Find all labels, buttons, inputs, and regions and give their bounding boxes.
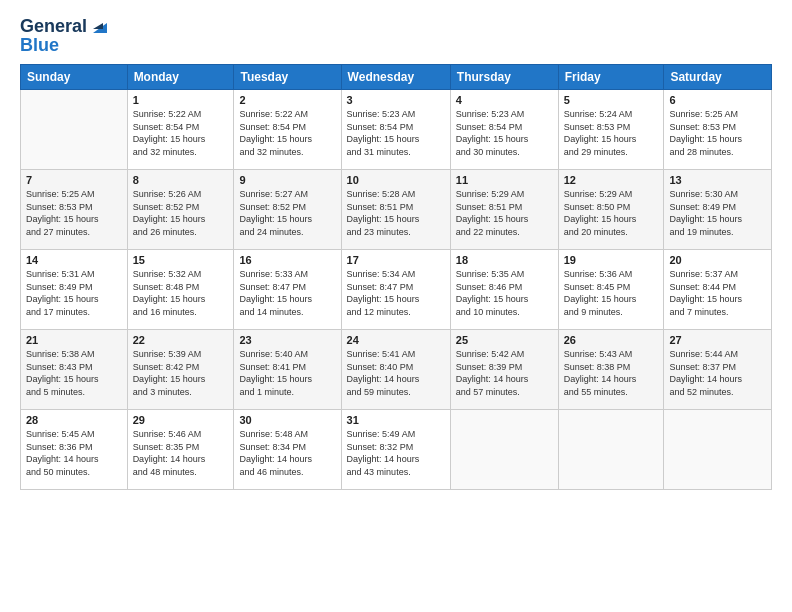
calendar-day-cell: 25Sunrise: 5:42 AM Sunset: 8:39 PM Dayli…: [450, 330, 558, 410]
day-info: Sunrise: 5:31 AM Sunset: 8:49 PM Dayligh…: [26, 268, 122, 318]
day-number: 12: [564, 174, 659, 186]
calendar-day-cell: 19Sunrise: 5:36 AM Sunset: 8:45 PM Dayli…: [558, 250, 664, 330]
header: General Blue: [20, 16, 772, 56]
day-info: Sunrise: 5:26 AM Sunset: 8:52 PM Dayligh…: [133, 188, 229, 238]
day-info: Sunrise: 5:25 AM Sunset: 8:53 PM Dayligh…: [669, 108, 766, 158]
day-info: Sunrise: 5:27 AM Sunset: 8:52 PM Dayligh…: [239, 188, 335, 238]
day-info: Sunrise: 5:23 AM Sunset: 8:54 PM Dayligh…: [347, 108, 445, 158]
day-info: Sunrise: 5:30 AM Sunset: 8:49 PM Dayligh…: [669, 188, 766, 238]
calendar-day-cell: 29Sunrise: 5:46 AM Sunset: 8:35 PM Dayli…: [127, 410, 234, 490]
day-info: Sunrise: 5:43 AM Sunset: 8:38 PM Dayligh…: [564, 348, 659, 398]
day-info: Sunrise: 5:41 AM Sunset: 8:40 PM Dayligh…: [347, 348, 445, 398]
calendar-day-cell: 20Sunrise: 5:37 AM Sunset: 8:44 PM Dayli…: [664, 250, 772, 330]
day-info: Sunrise: 5:32 AM Sunset: 8:48 PM Dayligh…: [133, 268, 229, 318]
day-number: 13: [669, 174, 766, 186]
weekday-header: Sunday: [21, 65, 128, 90]
day-number: 26: [564, 334, 659, 346]
logo-general-text: General: [20, 16, 87, 37]
day-info: Sunrise: 5:29 AM Sunset: 8:50 PM Dayligh…: [564, 188, 659, 238]
day-info: Sunrise: 5:39 AM Sunset: 8:42 PM Dayligh…: [133, 348, 229, 398]
calendar-header-row: SundayMondayTuesdayWednesdayThursdayFrid…: [21, 65, 772, 90]
calendar-day-cell: 17Sunrise: 5:34 AM Sunset: 8:47 PM Dayli…: [341, 250, 450, 330]
calendar-day-cell: 6Sunrise: 5:25 AM Sunset: 8:53 PM Daylig…: [664, 90, 772, 170]
weekday-header: Tuesday: [234, 65, 341, 90]
logo-icon: [89, 15, 111, 37]
calendar-day-cell: 28Sunrise: 5:45 AM Sunset: 8:36 PM Dayli…: [21, 410, 128, 490]
svg-marker-1: [93, 23, 103, 29]
day-info: Sunrise: 5:22 AM Sunset: 8:54 PM Dayligh…: [239, 108, 335, 158]
calendar-day-cell: 15Sunrise: 5:32 AM Sunset: 8:48 PM Dayli…: [127, 250, 234, 330]
calendar-day-cell: 2Sunrise: 5:22 AM Sunset: 8:54 PM Daylig…: [234, 90, 341, 170]
day-number: 1: [133, 94, 229, 106]
calendar-week-row: 21Sunrise: 5:38 AM Sunset: 8:43 PM Dayli…: [21, 330, 772, 410]
calendar-day-cell: 18Sunrise: 5:35 AM Sunset: 8:46 PM Dayli…: [450, 250, 558, 330]
day-info: Sunrise: 5:48 AM Sunset: 8:34 PM Dayligh…: [239, 428, 335, 478]
day-number: 30: [239, 414, 335, 426]
weekday-header: Saturday: [664, 65, 772, 90]
day-info: Sunrise: 5:28 AM Sunset: 8:51 PM Dayligh…: [347, 188, 445, 238]
day-info: Sunrise: 5:45 AM Sunset: 8:36 PM Dayligh…: [26, 428, 122, 478]
day-number: 17: [347, 254, 445, 266]
weekday-header: Friday: [558, 65, 664, 90]
calendar-day-cell: [558, 410, 664, 490]
calendar-day-cell: 16Sunrise: 5:33 AM Sunset: 8:47 PM Dayli…: [234, 250, 341, 330]
day-info: Sunrise: 5:34 AM Sunset: 8:47 PM Dayligh…: [347, 268, 445, 318]
day-number: 15: [133, 254, 229, 266]
calendar-day-cell: 24Sunrise: 5:41 AM Sunset: 8:40 PM Dayli…: [341, 330, 450, 410]
day-info: Sunrise: 5:25 AM Sunset: 8:53 PM Dayligh…: [26, 188, 122, 238]
calendar-day-cell: 9Sunrise: 5:27 AM Sunset: 8:52 PM Daylig…: [234, 170, 341, 250]
day-info: Sunrise: 5:37 AM Sunset: 8:44 PM Dayligh…: [669, 268, 766, 318]
calendar-day-cell: [450, 410, 558, 490]
day-number: 4: [456, 94, 553, 106]
calendar-day-cell: 14Sunrise: 5:31 AM Sunset: 8:49 PM Dayli…: [21, 250, 128, 330]
calendar-week-row: 28Sunrise: 5:45 AM Sunset: 8:36 PM Dayli…: [21, 410, 772, 490]
day-info: Sunrise: 5:33 AM Sunset: 8:47 PM Dayligh…: [239, 268, 335, 318]
calendar-day-cell: 12Sunrise: 5:29 AM Sunset: 8:50 PM Dayli…: [558, 170, 664, 250]
calendar-day-cell: 11Sunrise: 5:29 AM Sunset: 8:51 PM Dayli…: [450, 170, 558, 250]
day-number: 2: [239, 94, 335, 106]
weekday-header: Monday: [127, 65, 234, 90]
day-number: 24: [347, 334, 445, 346]
day-number: 23: [239, 334, 335, 346]
calendar-day-cell: 8Sunrise: 5:26 AM Sunset: 8:52 PM Daylig…: [127, 170, 234, 250]
day-number: 19: [564, 254, 659, 266]
calendar: SundayMondayTuesdayWednesdayThursdayFrid…: [20, 64, 772, 490]
calendar-day-cell: [21, 90, 128, 170]
calendar-day-cell: 27Sunrise: 5:44 AM Sunset: 8:37 PM Dayli…: [664, 330, 772, 410]
calendar-day-cell: 3Sunrise: 5:23 AM Sunset: 8:54 PM Daylig…: [341, 90, 450, 170]
calendar-week-row: 7Sunrise: 5:25 AM Sunset: 8:53 PM Daylig…: [21, 170, 772, 250]
day-info: Sunrise: 5:24 AM Sunset: 8:53 PM Dayligh…: [564, 108, 659, 158]
page: General Blue SundayMondayTuesdayWednesda…: [0, 0, 792, 612]
day-number: 31: [347, 414, 445, 426]
calendar-day-cell: 4Sunrise: 5:23 AM Sunset: 8:54 PM Daylig…: [450, 90, 558, 170]
calendar-day-cell: 5Sunrise: 5:24 AM Sunset: 8:53 PM Daylig…: [558, 90, 664, 170]
weekday-header: Thursday: [450, 65, 558, 90]
calendar-day-cell: 22Sunrise: 5:39 AM Sunset: 8:42 PM Dayli…: [127, 330, 234, 410]
calendar-day-cell: [664, 410, 772, 490]
calendar-day-cell: 21Sunrise: 5:38 AM Sunset: 8:43 PM Dayli…: [21, 330, 128, 410]
day-number: 14: [26, 254, 122, 266]
day-info: Sunrise: 5:40 AM Sunset: 8:41 PM Dayligh…: [239, 348, 335, 398]
calendar-day-cell: 1Sunrise: 5:22 AM Sunset: 8:54 PM Daylig…: [127, 90, 234, 170]
calendar-day-cell: 31Sunrise: 5:49 AM Sunset: 8:32 PM Dayli…: [341, 410, 450, 490]
calendar-day-cell: 26Sunrise: 5:43 AM Sunset: 8:38 PM Dayli…: [558, 330, 664, 410]
calendar-day-cell: 13Sunrise: 5:30 AM Sunset: 8:49 PM Dayli…: [664, 170, 772, 250]
day-number: 21: [26, 334, 122, 346]
day-number: 28: [26, 414, 122, 426]
day-info: Sunrise: 5:35 AM Sunset: 8:46 PM Dayligh…: [456, 268, 553, 318]
day-number: 29: [133, 414, 229, 426]
calendar-day-cell: 30Sunrise: 5:48 AM Sunset: 8:34 PM Dayli…: [234, 410, 341, 490]
day-number: 8: [133, 174, 229, 186]
weekday-header: Wednesday: [341, 65, 450, 90]
calendar-week-row: 1Sunrise: 5:22 AM Sunset: 8:54 PM Daylig…: [21, 90, 772, 170]
day-number: 11: [456, 174, 553, 186]
day-number: 5: [564, 94, 659, 106]
day-number: 3: [347, 94, 445, 106]
day-info: Sunrise: 5:42 AM Sunset: 8:39 PM Dayligh…: [456, 348, 553, 398]
day-info: Sunrise: 5:38 AM Sunset: 8:43 PM Dayligh…: [26, 348, 122, 398]
day-number: 25: [456, 334, 553, 346]
day-number: 7: [26, 174, 122, 186]
calendar-day-cell: 10Sunrise: 5:28 AM Sunset: 8:51 PM Dayli…: [341, 170, 450, 250]
day-number: 6: [669, 94, 766, 106]
day-number: 18: [456, 254, 553, 266]
